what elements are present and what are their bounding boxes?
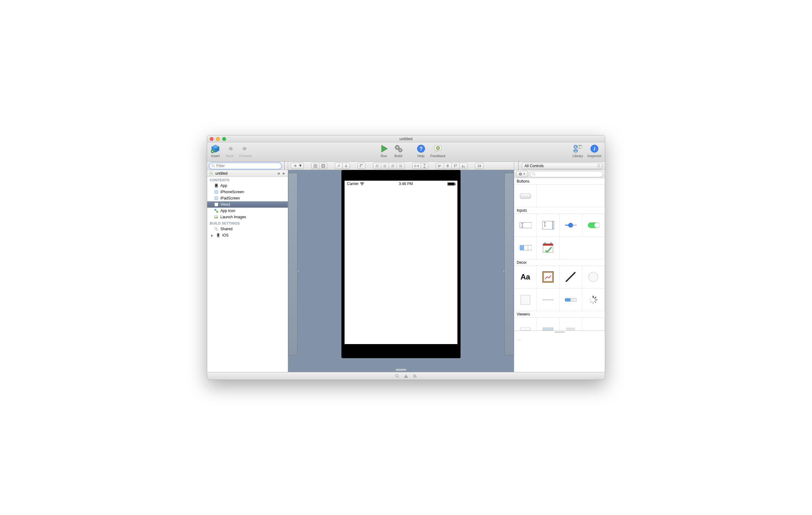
warning-icon[interactable]: [404, 374, 408, 378]
images-icon: [214, 215, 219, 219]
inspector-button[interactable]: i Inspector: [587, 144, 602, 158]
resize-knob-right[interactable]: [502, 270, 505, 273]
close-window-button[interactable]: [210, 137, 213, 141]
sidebar-item-launch-images[interactable]: Launch Images: [207, 214, 288, 220]
sidebar-resize-handle[interactable]: [283, 161, 286, 171]
prev-item-button[interactable]: ◀: [277, 172, 280, 175]
back-button[interactable]: Back: [225, 144, 235, 158]
svg-rect-84: [520, 245, 524, 250]
canvas-area[interactable]: Carrier 3:46 PM: [288, 170, 514, 372]
library-item-datepicker[interactable]: [537, 237, 559, 259]
rss-icon[interactable]: [413, 374, 417, 378]
library-item-spinner[interactable]: [582, 289, 605, 311]
inspector-resize-handle[interactable]: [517, 161, 520, 171]
insert-button[interactable]: Insert: [210, 144, 221, 158]
overflow-button[interactable]: [475, 163, 484, 169]
library-item-rect[interactable]: [514, 289, 537, 311]
lock-button[interactable]: [342, 163, 350, 169]
feedback-button[interactable]: Feedback: [431, 144, 445, 158]
library-item-textfield[interactable]: [514, 214, 537, 236]
library-options-button[interactable]: ▼: [516, 171, 528, 177]
next-item-button[interactable]: ▶: [282, 172, 286, 175]
resize-knob-left[interactable]: [297, 270, 300, 273]
library-item-viewer-3[interactable]: [560, 318, 582, 331]
svg-line-106: [591, 297, 592, 298]
forward-button[interactable]: Forward: [239, 144, 252, 158]
library-list[interactable]: Buttons Inputs D: [514, 178, 605, 331]
library-item-slider[interactable]: [560, 214, 582, 236]
library-item-separator[interactable]: [537, 289, 559, 311]
sidebar-item-app-icon[interactable]: App Icon: [207, 208, 288, 214]
sub-toolbar: ＋ ▾: [207, 162, 605, 170]
disclosure-triangle[interactable]: ▶: [210, 234, 214, 237]
svg-rect-31: [345, 166, 347, 167]
sidebar-item-app[interactable]: App: [207, 182, 288, 189]
view-mode-list-button[interactable]: [319, 163, 327, 169]
wifi-icon: [360, 182, 364, 185]
library-item-segmented[interactable]: [514, 237, 537, 259]
window-controls: [210, 137, 226, 141]
grid-icon: [314, 164, 317, 168]
library-item-image[interactable]: [537, 266, 559, 289]
search-icon[interactable]: [395, 374, 399, 378]
device-screen[interactable]: Carrier 3:46 PM: [345, 181, 457, 344]
link-icon: [214, 227, 219, 231]
sidebar-filter-input[interactable]: [216, 164, 279, 168]
help-button[interactable]: ? Help: [416, 144, 426, 158]
svg-rect-42: [439, 166, 440, 167]
sidebar-item-ipad-screen[interactable]: iPadScreen: [207, 195, 288, 201]
align-top-button[interactable]: [452, 163, 459, 169]
add-button[interactable]: ＋ ▾: [291, 163, 304, 169]
sidebar-item-shared[interactable]: Shared: [207, 226, 288, 232]
library-item-button[interactable]: [514, 185, 537, 207]
library-toolbar: ▼: [514, 170, 605, 178]
library-item-viewer-2[interactable]: [537, 318, 559, 331]
build-button[interactable]: Build: [394, 144, 404, 158]
align-bottom-button[interactable]: [459, 163, 467, 169]
svg-rect-48: [456, 165, 457, 166]
svg-rect-33: [377, 165, 378, 167]
minimize-window-button[interactable]: [216, 137, 220, 141]
edit-button[interactable]: [335, 163, 342, 169]
library-category-popup[interactable]: All Controls: [522, 163, 602, 169]
sidebar-item-iphone-screen[interactable]: iPhoneScreen: [207, 189, 288, 195]
view-mode-grid-button[interactable]: [311, 163, 319, 169]
layers-icon: [399, 164, 403, 168]
library-button[interactable]: OK Library: [573, 144, 583, 158]
project-header[interactable]: untitled ◀ ▶: [207, 170, 288, 177]
library-item-viewer-1[interactable]: [514, 318, 537, 331]
library-search-field[interactable]: [530, 171, 603, 177]
library-item-textarea[interactable]: [537, 214, 559, 236]
svg-point-67: [362, 185, 362, 185]
align-center-button[interactable]: [444, 163, 452, 169]
description-resize-grip[interactable]: [555, 332, 564, 333]
svg-marker-6: [381, 145, 387, 152]
sidebar-item-view1[interactable]: View1: [207, 201, 288, 208]
library-item-label[interactable]: Aa: [514, 266, 537, 289]
sidebar-item-ios[interactable]: ▶ iOS: [207, 232, 288, 238]
layer-3-button[interactable]: [389, 163, 397, 169]
layer-2-button[interactable]: [381, 163, 389, 169]
svg-rect-88: [543, 244, 553, 246]
library-item-switch[interactable]: [582, 214, 605, 236]
svg-rect-56: [215, 190, 218, 194]
fit-height-button[interactable]: [421, 163, 428, 169]
svg-point-64: [216, 229, 218, 231]
layer-1-button[interactable]: [373, 163, 381, 169]
svg-line-93: [566, 273, 575, 281]
run-button[interactable]: Run: [379, 144, 389, 158]
library-item-line[interactable]: [560, 266, 582, 289]
canvas-bottom-handle[interactable]: [396, 369, 406, 371]
app-window: untitled Insert Back Forward: [207, 135, 605, 380]
sidebar-filter-field[interactable]: [209, 163, 282, 169]
svg-line-71: [534, 174, 535, 175]
align-left-button[interactable]: [436, 163, 444, 169]
layer-4-button[interactable]: [397, 163, 405, 169]
library-item-oval[interactable]: [582, 266, 605, 289]
fit-width-button[interactable]: [412, 163, 421, 169]
corner-button[interactable]: [357, 163, 366, 169]
library-item-progressbar[interactable]: [560, 289, 582, 311]
zoom-window-button[interactable]: [222, 137, 226, 141]
svg-point-10: [400, 150, 401, 151]
svg-rect-45: [447, 166, 448, 167]
